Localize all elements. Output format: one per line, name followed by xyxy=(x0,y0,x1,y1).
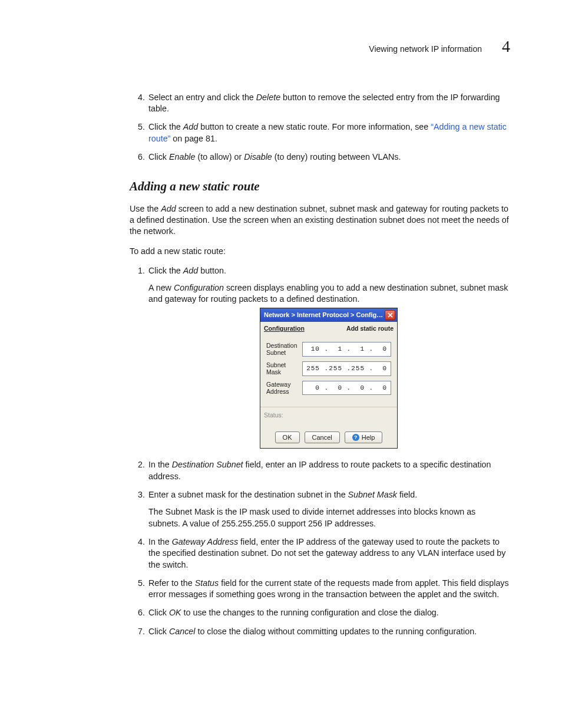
steps-add-route: Click the Add button. A new Configuratio… xyxy=(130,265,509,637)
add-step-7: Click Cancel to close the dialog without… xyxy=(147,626,509,637)
gateway-address-input[interactable]: 0 . 0 . 0 . 0 xyxy=(302,381,391,396)
add-step-4: In the Gateway Address field, enter the … xyxy=(147,536,509,571)
step-4: Select an entry and click the Delete but… xyxy=(147,92,509,115)
dialog-titlebar: Network > Internet Protocol > Config… xyxy=(260,308,397,322)
chapter-number: 4 xyxy=(502,35,510,58)
destination-subnet-label: Destination Subnet xyxy=(266,342,297,356)
subnet-mask-input[interactable]: 255 .255 .255 . 0 xyxy=(302,361,391,376)
add-step-1: Click the Add button. A new Configuratio… xyxy=(147,265,509,449)
section-heading: Adding a new static route xyxy=(130,178,509,195)
close-icon[interactable] xyxy=(385,310,395,320)
destination-subnet-input[interactable]: 10 . 1 . 1 . 0 xyxy=(302,342,391,357)
add-step-3: Enter a subnet mask for the destination … xyxy=(147,489,509,529)
dialog-subheader: Configuration Add static route xyxy=(260,322,397,334)
cancel-button[interactable]: Cancel xyxy=(305,431,340,444)
running-header: Viewing network IP information 4 xyxy=(51,35,511,58)
add-step-5: Refer to the Status field for the curren… xyxy=(147,578,509,601)
status-field: Status: xyxy=(260,407,397,431)
gateway-address-label: Gateway Address xyxy=(266,381,297,395)
delete-button-ref: Delete xyxy=(256,93,280,102)
add-step-6: Click OK to use the changes to the runni… xyxy=(147,607,509,618)
intro-lead: To add a new static route: xyxy=(130,246,509,257)
help-icon: ? xyxy=(352,434,359,441)
ok-button[interactable]: OK xyxy=(275,431,300,444)
running-header-title: Viewing network IP information xyxy=(369,44,482,55)
add-static-route-dialog: Network > Internet Protocol > Config… Co… xyxy=(260,308,398,449)
disable-ref: Disable xyxy=(244,152,272,162)
add-step-2: In the Destination Subnet field, enter a… xyxy=(147,459,509,482)
intro-paragraph: Use the Add screen to add a new destinat… xyxy=(130,203,509,238)
dialog-subheader-right: Add static route xyxy=(346,324,394,332)
enable-ref: Enable xyxy=(169,152,196,162)
subnet-mask-label: Subnet Mask xyxy=(266,361,297,375)
help-button[interactable]: ? Help xyxy=(345,431,383,444)
step-6: Click Enable (to allow) or Disable (to d… xyxy=(147,151,509,163)
steps-continued: Select an entry and click the Delete but… xyxy=(130,92,509,163)
dialog-title: Network > Internet Protocol > Config… xyxy=(264,311,385,319)
dialog-subheader-left: Configuration xyxy=(264,324,305,332)
add-button-ref: Add xyxy=(183,122,198,131)
step-5: Click the Add button to create a new sta… xyxy=(147,121,509,144)
